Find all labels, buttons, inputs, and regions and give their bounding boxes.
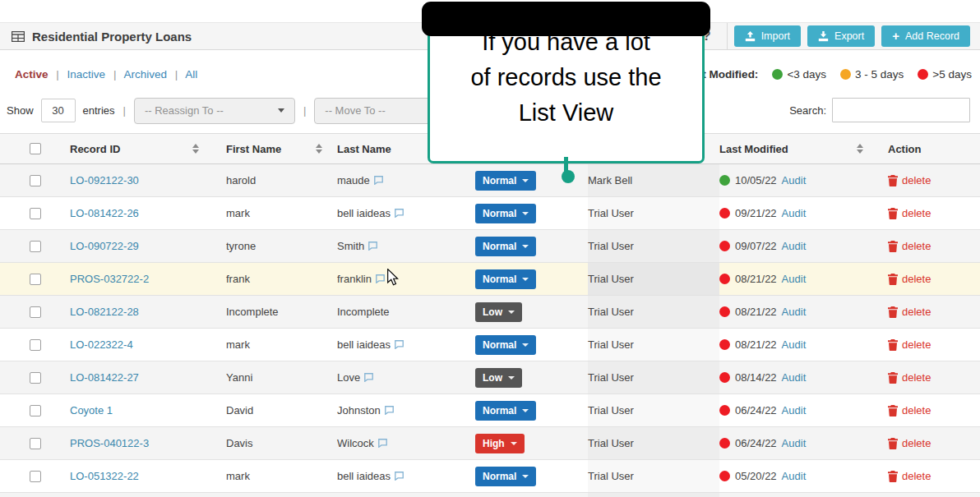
status-dropdown[interactable]: Normal xyxy=(475,335,536,355)
row-checkbox[interactable] xyxy=(30,306,41,318)
delete-link[interactable]: delete xyxy=(902,338,931,351)
legend-item: >5 days xyxy=(918,68,972,81)
sort-icon[interactable] xyxy=(192,144,199,154)
delete-link[interactable]: delete xyxy=(902,273,931,285)
last-name-cell: Johnston xyxy=(337,404,381,416)
audit-link[interactable]: Audit xyxy=(782,338,807,351)
row-checkbox[interactable] xyxy=(30,405,41,416)
audit-link[interactable]: Audit xyxy=(782,306,807,318)
note-icon[interactable] xyxy=(395,472,404,481)
record-id-link[interactable]: Coyote 1 xyxy=(70,404,113,416)
row-checkbox[interactable] xyxy=(30,438,41,449)
status-label: Normal xyxy=(483,208,516,219)
status-label: Low xyxy=(483,306,502,318)
record-id-link[interactable]: PROS-040122-3 xyxy=(70,437,149,449)
trash-icon xyxy=(888,241,898,252)
audit-link[interactable]: Audit xyxy=(782,371,807,384)
note-icon[interactable] xyxy=(385,406,394,415)
assigned-user-cell: Trial User xyxy=(588,240,634,252)
export-button[interactable]: Export xyxy=(807,25,875,47)
modified-date: 08/21/22 xyxy=(735,273,777,285)
note-icon[interactable] xyxy=(376,274,385,283)
note-icon[interactable] xyxy=(364,373,373,382)
status-dropdown[interactable]: Normal xyxy=(475,401,536,421)
last-name-cell: maude xyxy=(337,174,370,186)
chevron-down-icon xyxy=(522,212,529,215)
delete-link[interactable]: delete xyxy=(902,404,931,416)
sort-icon[interactable] xyxy=(857,144,863,154)
first-name-cell: Incomplete xyxy=(226,306,337,318)
sort-icon[interactable] xyxy=(316,144,322,154)
audit-link[interactable]: Audit xyxy=(782,437,807,449)
record-id-link[interactable]: LO-081422-27 xyxy=(70,371,139,384)
status-dropdown[interactable]: Normal xyxy=(475,237,536,256)
status-dropdown[interactable]: Normal xyxy=(475,171,536,191)
callout-tooltip: If you have a lot of records use the Lis… xyxy=(428,4,705,163)
last-name-cell: bell iaideas xyxy=(337,338,391,351)
record-id-link[interactable]: LO-022322-4 xyxy=(70,338,133,351)
status-dropdown[interactable]: Normal xyxy=(475,204,536,223)
delete-link[interactable]: delete xyxy=(902,470,931,482)
mouse-cursor-icon xyxy=(386,269,399,286)
status-dropdown[interactable]: Low xyxy=(475,368,522,388)
control-separator: | xyxy=(303,104,306,117)
row-checkbox[interactable] xyxy=(30,274,41,285)
record-id-link[interactable]: LO-092122-30 xyxy=(70,174,139,186)
search-input[interactable] xyxy=(832,98,970,122)
delete-link[interactable]: delete xyxy=(902,371,931,384)
record-id-link[interactable]: LO-090722-29 xyxy=(70,240,139,252)
modified-date: 08/21/22 xyxy=(735,306,777,318)
note-icon[interactable] xyxy=(378,439,387,448)
audit-link[interactable]: Audit xyxy=(782,174,807,186)
row-checkbox[interactable] xyxy=(30,471,41,482)
record-id-link[interactable]: PROS-032722-2 xyxy=(70,273,149,285)
assigned-user-cell: Mark Bell xyxy=(588,174,632,186)
audit-link[interactable]: Audit xyxy=(782,404,807,416)
entries-input[interactable] xyxy=(41,99,76,122)
import-button[interactable]: Import xyxy=(734,25,801,47)
add-record-button[interactable]: + Add Record xyxy=(881,25,970,47)
delete-link[interactable]: delete xyxy=(902,437,931,449)
status-label: Normal xyxy=(483,241,516,252)
show-label: Show xyxy=(7,104,34,117)
record-id-link[interactable]: LO-081422-26 xyxy=(70,207,139,219)
table-row: LO-082122-28 Incomplete Incomplete Low T… xyxy=(0,296,980,329)
note-icon[interactable] xyxy=(395,340,404,349)
filter-archived[interactable]: Archived xyxy=(123,68,167,81)
row-checkbox[interactable] xyxy=(30,339,41,351)
filter-separator: | xyxy=(56,68,59,81)
legend-item-label: <3 days xyxy=(787,68,826,81)
note-icon[interactable] xyxy=(374,176,383,185)
filter-inactive[interactable]: Inactive xyxy=(67,68,106,81)
last-modified-legend: Last Modified: <3 days 3 - 5 days >5 day… xyxy=(683,68,972,81)
reassign-to-select[interactable]: -- Reassign To -- xyxy=(134,98,295,124)
status-label: Normal xyxy=(483,339,516,351)
filter-active[interactable]: Active xyxy=(15,68,49,81)
row-checkbox[interactable] xyxy=(30,372,41,384)
note-icon[interactable] xyxy=(395,209,404,218)
delete-link[interactable]: delete xyxy=(902,174,931,186)
delete-link[interactable]: delete xyxy=(902,306,931,318)
record-id-link[interactable]: LO-051322-22 xyxy=(70,470,139,482)
delete-link[interactable]: delete xyxy=(902,207,931,219)
record-id-link[interactable]: LO-082122-28 xyxy=(70,306,139,318)
status-dropdown[interactable]: Normal xyxy=(475,269,536,289)
modified-status-dot xyxy=(719,241,730,251)
audit-link[interactable]: Audit xyxy=(782,240,807,252)
first-name-cell: Yanni xyxy=(226,371,337,384)
delete-link[interactable]: delete xyxy=(902,240,931,252)
note-icon[interactable] xyxy=(368,242,377,251)
residential-property-loans-page: Residential Property Loans ? Import Expo… xyxy=(0,0,980,497)
row-checkbox[interactable] xyxy=(30,241,41,252)
filter-all[interactable]: All xyxy=(185,68,197,81)
select-all-checkbox[interactable] xyxy=(30,143,41,154)
status-dropdown[interactable]: Low xyxy=(475,302,522,322)
row-checkbox[interactable] xyxy=(30,208,41,219)
audit-link[interactable]: Audit xyxy=(782,273,807,285)
audit-link[interactable]: Audit xyxy=(782,207,807,219)
status-dropdown[interactable]: High xyxy=(475,434,525,453)
filter-separator: | xyxy=(113,68,117,81)
row-checkbox[interactable] xyxy=(30,175,41,186)
status-dropdown[interactable]: Normal xyxy=(475,467,536,486)
audit-link[interactable]: Audit xyxy=(782,470,807,482)
